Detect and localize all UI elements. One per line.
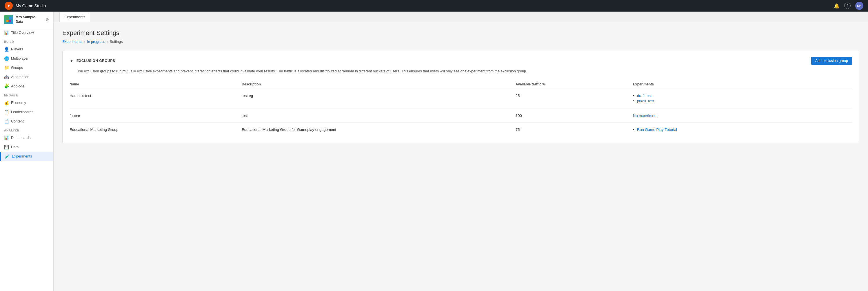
experiment-link-run-game-play-tutorial[interactable]: Run Game Play Tutorial — [637, 127, 677, 132]
exclusion-groups-panel: ▼ EXCLUSION GROUPS Add exclusion group U… — [62, 51, 859, 143]
breadcrumb-sep-2: › — [107, 40, 108, 43]
row2-experiments: No experiment — [633, 109, 852, 123]
tabs-bar: Experiments — [54, 11, 868, 22]
main-layout: Mrs Sample Data ⚙ 📊 Title Overview BUILD… — [0, 11, 868, 291]
engage-section-label: ENGAGE — [0, 91, 53, 98]
row1-experiments: draft test prkall_test — [633, 89, 852, 109]
sidebar-item-data[interactable]: 💾 Data — [0, 142, 53, 152]
analyze-section-label: ANALYZE — [0, 126, 53, 133]
th-traffic: Available traffic % — [516, 80, 633, 89]
app-title: My Game Studio — [16, 3, 834, 8]
th-description: Description — [242, 80, 516, 89]
sidebar-item-economy[interactable]: 💰 Economy — [0, 98, 53, 107]
experiments-icon: 🧪 — [5, 154, 9, 159]
sidebar-header: Mrs Sample Data ⚙ — [0, 11, 53, 28]
sidebar-item-title-overview[interactable]: 📊 Title Overview — [0, 28, 53, 37]
sidebar: Mrs Sample Data ⚙ 📊 Title Overview BUILD… — [0, 11, 54, 291]
leaderboards-icon: 📋 — [4, 110, 9, 115]
dashboards-icon: 📊 — [4, 135, 9, 140]
collapse-icon[interactable]: ▼ — [69, 59, 73, 63]
data-label: Data — [11, 145, 19, 149]
row1-traffic: 25 — [516, 89, 633, 109]
dashboards-label: Dashboards — [11, 136, 30, 140]
row1-experiments-list: draft test prkall_test — [633, 94, 852, 103]
panel-description: Use exclusion groups to run mutually exc… — [69, 68, 852, 74]
breadcrumb: Experiments › In progress › Settings — [62, 40, 859, 44]
bell-icon[interactable]: 🔔 — [834, 3, 840, 9]
content-label: Content — [11, 119, 24, 123]
content-icon: 📄 — [4, 119, 9, 124]
title-overview-label: Title Overview — [11, 31, 34, 35]
breadcrumb-experiments[interactable]: Experiments — [62, 40, 82, 44]
sidebar-item-dashboards[interactable]: 📊 Dashboards — [0, 133, 53, 142]
svg-rect-1 — [6, 18, 8, 20]
row2-name: foobar — [69, 109, 242, 123]
no-experiment-text: No experiment — [633, 114, 658, 118]
row3-name: Educational Marketing Group — [69, 123, 242, 137]
row2-traffic: 100 — [516, 109, 633, 123]
add-exclusion-group-button[interactable]: Add exclusion group — [811, 57, 852, 65]
experiment-link-prkall-test[interactable]: prkall_test — [637, 99, 654, 103]
row3-traffic: 75 — [516, 123, 633, 137]
breadcrumb-settings: Settings — [110, 40, 123, 44]
table-row: foobar test 100 No experiment — [69, 109, 852, 123]
sidebar-item-automation[interactable]: 🤖 Automation — [0, 72, 53, 82]
groups-label: Groups — [11, 66, 23, 70]
page-content: Experiment Settings Experiments › In pro… — [54, 22, 868, 291]
players-icon: 👤 — [4, 47, 9, 52]
content-area: Experiments Experiment Settings Experime… — [54, 11, 868, 291]
row3-experiments-list: Run Game Play Tutorial — [633, 127, 852, 132]
experiments-label: Experiments — [12, 154, 32, 158]
page-title: Experiment Settings — [62, 29, 859, 37]
studio-name: Mrs Sample Data — [16, 15, 35, 24]
row2-description: test — [242, 109, 516, 123]
multiplayer-icon: 🌐 — [4, 56, 9, 61]
row1-name: Harshit's test — [69, 89, 242, 109]
sidebar-item-players[interactable]: 👤 Players — [0, 44, 53, 54]
sidebar-item-add-ons[interactable]: 🧩 Add-ons — [0, 82, 53, 91]
experiment-link-draft-test[interactable]: draft test — [637, 94, 652, 98]
economy-label: Economy — [11, 101, 26, 105]
th-experiments: Experiments — [633, 80, 852, 89]
svg-rect-4 — [9, 20, 11, 22]
panel-title: EXCLUSION GROUPS — [76, 59, 811, 63]
row1-description: test eg — [242, 89, 516, 109]
top-navigation: My Game Studio 🔔 ? SH — [0, 0, 868, 11]
panel-header: ▼ EXCLUSION GROUPS Add exclusion group — [69, 57, 852, 65]
top-nav-icons: 🔔 ? SH — [834, 2, 863, 10]
leaderboards-label: Leaderboards — [11, 110, 33, 114]
breadcrumb-sep-1: › — [84, 40, 85, 43]
studio-icon — [4, 15, 13, 24]
automation-label: Automation — [11, 75, 29, 79]
add-ons-label: Add-ons — [11, 84, 25, 88]
th-name: Name — [69, 80, 242, 89]
automation-icon: 🤖 — [4, 75, 9, 79]
build-section-label: BUILD — [0, 37, 53, 44]
row3-experiments: Run Game Play Tutorial — [633, 123, 852, 137]
sidebar-item-experiments[interactable]: 🧪 Experiments — [0, 152, 53, 161]
players-label: Players — [11, 47, 23, 51]
help-icon[interactable]: ? — [844, 3, 850, 9]
app-logo[interactable] — [5, 2, 13, 10]
multiplayer-label: Multiplayer — [11, 57, 28, 61]
breadcrumb-in-progress[interactable]: In progress — [87, 40, 105, 44]
sidebar-item-leaderboards[interactable]: 📋 Leaderboards — [0, 107, 53, 117]
tab-experiments[interactable]: Experiments — [59, 11, 90, 22]
groups-icon: 📁 — [4, 65, 9, 70]
svg-rect-2 — [9, 18, 11, 20]
data-icon: 💾 — [4, 145, 9, 150]
sidebar-item-groups[interactable]: 📁 Groups — [0, 63, 53, 72]
svg-rect-3 — [6, 20, 8, 22]
chart-icon: 📊 — [4, 30, 9, 35]
user-avatar[interactable]: SH — [855, 2, 863, 10]
add-ons-icon: 🧩 — [4, 84, 9, 89]
sidebar-item-content[interactable]: 📄 Content — [0, 117, 53, 126]
table-row: Harshit's test test eg 25 draft test prk… — [69, 89, 852, 109]
settings-gear-icon[interactable]: ⚙ — [45, 18, 49, 22]
economy-icon: 💰 — [4, 100, 9, 105]
sidebar-item-multiplayer[interactable]: 🌐 Multiplayer — [0, 54, 53, 63]
exclusion-groups-table: Name Description Available traffic % Exp… — [69, 80, 852, 137]
row3-description: Educational Marketing Group for Gameplay… — [242, 123, 516, 137]
table-row: Educational Marketing Group Educational … — [69, 123, 852, 137]
